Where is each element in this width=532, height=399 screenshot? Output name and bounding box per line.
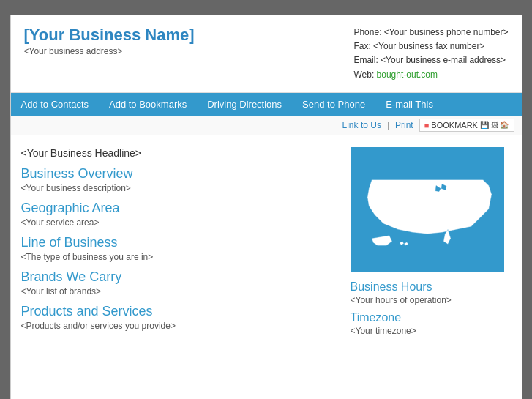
nav-add-contacts[interactable]: Add to Contacts (11, 93, 100, 116)
lob-text: <The type of business you are in> (21, 252, 336, 262)
geo-text: <Your service area> (21, 217, 336, 228)
timezone-heading: Timezone (351, 311, 512, 324)
overview-heading: Business Overview (21, 166, 336, 182)
print-link[interactable]: Print (395, 120, 413, 130)
link-to-us[interactable]: Link to Us (342, 120, 381, 130)
header-right: Phone: <Your business phone number> Fax:… (353, 26, 508, 82)
bookmark-icons: 💾 🖼 🏠 (480, 121, 509, 129)
products-text: <Products and/or services you provide> (21, 321, 336, 331)
web-label: Web: (353, 70, 374, 80)
business-address: <Your business address> (24, 46, 195, 56)
brands-text: <Your list of brands> (21, 286, 336, 297)
web-link[interactable]: bought-out.com (377, 70, 438, 80)
nav-email-this[interactable]: E-mail This (375, 93, 443, 116)
phone-info: Phone: <Your business phone number> (353, 26, 508, 40)
header: [Your Business Name] <Your business addr… (11, 15, 522, 93)
timezone-text: <Your timezone> (351, 326, 512, 336)
header-left: [Your Business Name] <Your business addr… (24, 26, 195, 56)
us-map (351, 147, 504, 272)
hours-heading: Business Hours (351, 280, 512, 294)
lob-heading: Line of Business (21, 235, 336, 250)
geo-heading: Geographic Area (21, 201, 336, 216)
us-map-svg (354, 152, 501, 266)
bookmark-label: BOOKMARK (431, 121, 478, 130)
hours-text: <Your hours of operation> (351, 295, 512, 305)
nav-add-bookmarks[interactable]: Add to Bookmarks (99, 93, 197, 116)
utility-bar: Link to Us | Print ■ BOOKMARK 💾 🖼 🏠 (11, 116, 522, 135)
navbar: Add to Contacts Add to Bookmarks Driving… (11, 93, 522, 116)
products-heading: Products and Services (21, 304, 336, 319)
business-headline: <Your Business Headline> (21, 147, 336, 159)
fax-info: Fax: <Your business fax number> (353, 40, 508, 53)
utility-separator: | (387, 120, 389, 130)
page-container: [Your Business Name] <Your business addr… (10, 15, 522, 399)
left-column: <Your Business Headline> Business Overvi… (21, 147, 351, 399)
main-content: <Your Business Headline> Business Overvi… (11, 135, 522, 399)
email-info: Email: <Your business e-mail address> (353, 53, 508, 67)
business-name: [Your Business Name] (24, 26, 195, 45)
bookmark-icon: ■ (424, 121, 430, 130)
bookmark-button[interactable]: ■ BOOKMARK 💾 🖼 🏠 (419, 119, 514, 132)
right-column: Business Hours <Your hours of operation>… (351, 147, 512, 399)
nav-driving-directions[interactable]: Driving Directions (197, 93, 292, 116)
web-info: Web: bought-out.com (353, 68, 508, 82)
nav-send-to-phone[interactable]: Send to Phone (292, 93, 375, 116)
brands-heading: Brands We Carry (21, 269, 336, 285)
overview-text: <Your business description> (21, 183, 336, 193)
